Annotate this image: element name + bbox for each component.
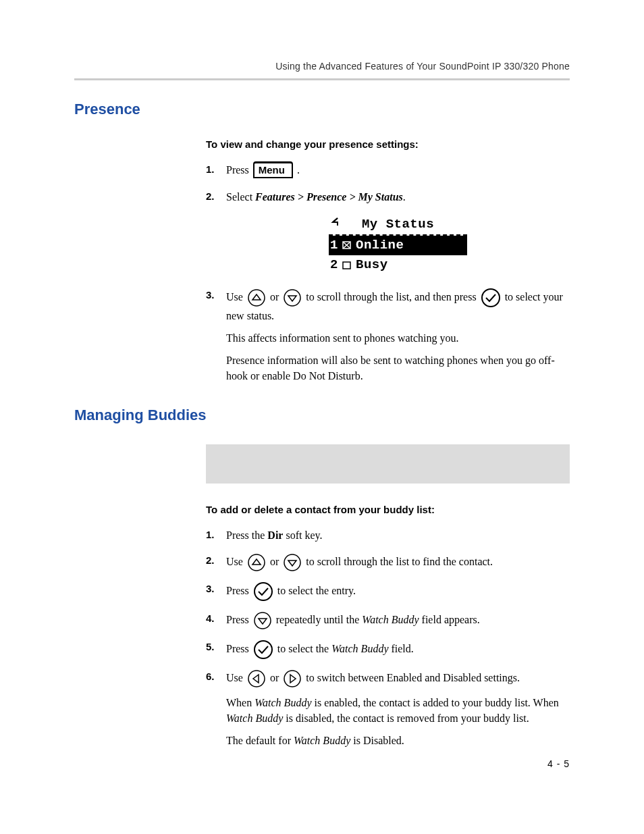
page-number: 4 - 5 [547,758,570,769]
paragraph: This affects information sent to phones … [226,330,570,346]
field-name: Watch Buddy [226,712,283,724]
lcd-title: My Status [329,214,467,236]
step-6: Use or to switch between Enabled and Dis… [206,669,570,749]
header-rule [74,78,570,80]
text: repeatedly until the [273,613,363,625]
text: Use [226,290,246,302]
text: Press the [226,529,267,541]
arrow-left-icon [247,669,266,688]
arrow-up-icon [247,288,266,307]
text: to scroll through the list to find the c… [303,555,493,567]
text: . [403,191,406,203]
softkey-name: Dir [267,529,283,541]
step-2: Use or to scroll through the list to fin… [206,553,570,572]
section-heading-presence: Presence [74,101,570,118]
body-column: To add or delete a contact from your bud… [206,444,570,748]
text: . [294,164,300,176]
section-heading-buddies: Managing Buddies [74,407,570,424]
check-icon [253,640,273,660]
lcd-title-text: My Status [362,215,434,234]
text: to select the [275,642,331,654]
lcd-screenshot: My Status 1 Online 2 Busy [329,214,467,276]
text: Select [226,191,255,203]
text: or [267,555,281,567]
text: Press [226,613,252,625]
step-2: Select Features > Presence > My Status. … [206,189,570,276]
body-column: To view and change your presence setting… [206,138,570,384]
text: Press [226,164,252,176]
text: or [267,671,281,683]
text: to scroll through the list, and then pre… [303,290,479,302]
step-3: Use or to scroll through the list, and t… [206,288,570,384]
text: is Disabled. [350,735,404,746]
text: is enabled, the contact is added to your… [311,697,558,708]
field-name: Watch Buddy [254,697,311,708]
checked-box-icon [342,241,352,249]
text: Press [226,584,252,596]
intro-presence: To view and change your presence setting… [206,138,570,150]
step-3: Press to select the entry. [206,581,570,602]
arrow-right-icon [283,669,302,688]
lcd-row-label: Busy [356,256,388,275]
text: The default for [226,735,294,746]
note-placeholder [206,444,570,484]
step-4: Press repeatedly until the Watch Buddy f… [206,611,570,630]
menu-path: Features > Presence > My Status [255,191,403,203]
text: Use [226,555,246,567]
paragraph: When Watch Buddy is enabled, the contact… [226,695,570,726]
menu-key-icon: Menu [253,161,293,178]
text: field appears. [419,613,480,625]
text: Use [226,671,246,683]
lcd-row-label: Online [356,236,404,255]
arrow-down-icon [283,288,302,307]
step-1: Press Menu . [206,162,570,180]
text: Press [226,642,252,654]
field-name: Watch Buddy [294,735,350,746]
arrow-down-icon [283,553,302,572]
lcd-row-num: 2 [330,256,338,275]
arrow-up-icon [247,553,266,572]
field-name: Watch Buddy [362,613,419,625]
paragraph: Presence information will also be sent t… [226,353,570,384]
step-1: Press the Dir soft key. [206,527,570,543]
text: to switch between Enabled and Disabled s… [303,671,520,683]
arrow-down-icon [253,611,272,630]
text: is disabled, the contact is removed from… [283,712,529,724]
lcd-row-1: 1 Online [329,236,467,256]
intro-buddies: To add or delete a contact from your bud… [206,504,570,515]
text: or [267,290,281,302]
empty-box-icon [342,261,352,269]
lcd-row-2: 2 Busy [329,255,467,276]
check-icon [481,288,501,308]
text: to select the entry. [275,584,356,596]
text: When [226,697,254,708]
back-icon [330,216,341,233]
steps-buddies: Press the Dir soft key. Use or to scroll… [206,527,570,748]
check-icon [253,581,273,602]
text: field. [388,642,413,654]
step-5: Press to select the Watch Buddy field. [206,640,570,660]
page: Using the Advanced Features of Your Soun… [0,0,644,834]
paragraph: The default for Watch Buddy is Disabled. [226,733,570,748]
field-name: Watch Buddy [331,642,388,654]
running-head: Using the Advanced Features of Your Soun… [74,61,570,72]
steps-presence: Press Menu . Select Features > Presence … [206,162,570,384]
lcd-row-num: 1 [330,236,338,255]
text: soft key. [283,529,322,541]
